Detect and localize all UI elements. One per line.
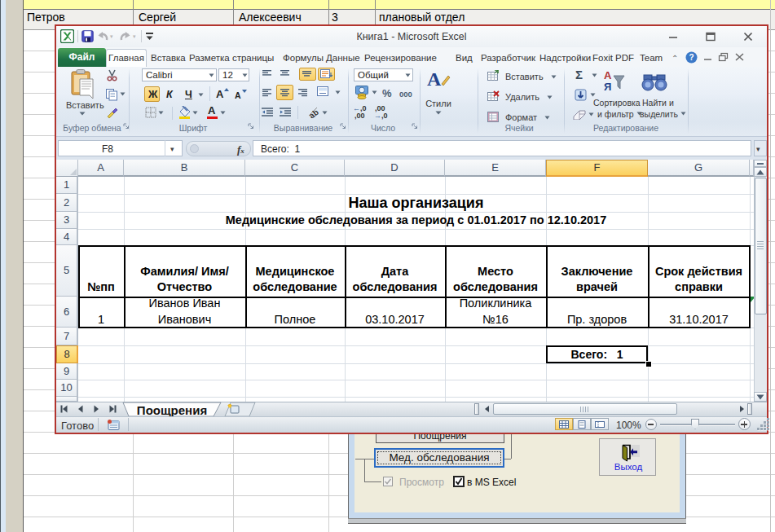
svg-text:Я: Я bbox=[604, 81, 611, 93]
svg-text:?: ? bbox=[689, 53, 694, 62]
svg-text:А: А bbox=[427, 68, 442, 89]
svg-text:ab: ab bbox=[307, 108, 320, 118]
svg-text:А: А bbox=[604, 69, 612, 81]
